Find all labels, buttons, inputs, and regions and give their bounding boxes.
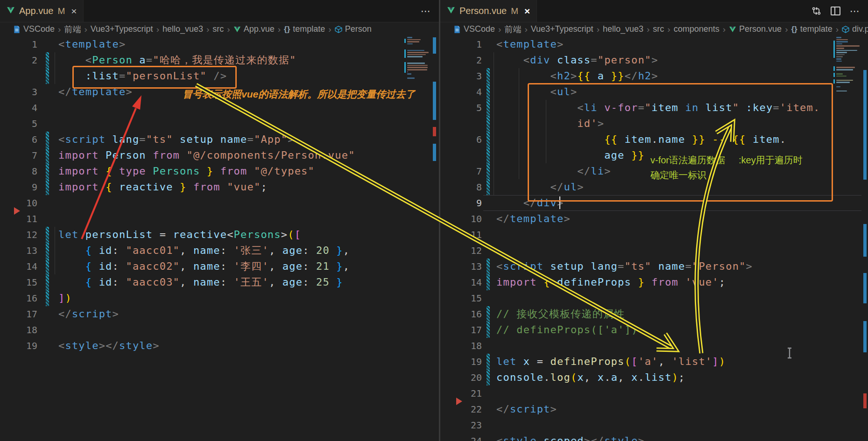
line-number[interactable]: 16 (0, 290, 42, 306)
code-line-row[interactable]: 8import { type Persons } from "@/types" (0, 163, 439, 179)
line-number[interactable]: 19 (0, 338, 42, 354)
line-number[interactable]: 7 (0, 147, 42, 163)
code-line-row[interactable]: 9import { reactive } from "vue"; (0, 179, 439, 195)
close-icon[interactable]: × (71, 6, 77, 16)
minimap[interactable] (833, 36, 861, 92)
line-number[interactable]: 16 (440, 306, 487, 322)
breadcrumb-item-vscode[interactable]: VSCode (453, 24, 495, 34)
line-number[interactable]: 8 (0, 163, 42, 179)
code-line-row[interactable]: 11 (440, 227, 868, 243)
line-number[interactable]: 5 (440, 100, 487, 116)
code-line-row[interactable]: :list="personList" /> (0, 68, 439, 84)
line-number[interactable]: 23 (440, 417, 487, 433)
code-line-row[interactable]: 10</template> (440, 211, 868, 227)
code-line-row[interactable]: 8 </ul> (440, 179, 868, 195)
breadcrumb-item-vscode[interactable]: VSCode (13, 24, 55, 34)
breadcrumb-item-app-vue[interactable]: App.vue (233, 24, 275, 34)
line-number[interactable] (440, 147, 487, 163)
line-number[interactable] (0, 68, 42, 84)
line-number[interactable]: 9 (0, 179, 42, 195)
code-line-row[interactable]: 18 (440, 338, 868, 354)
line-number[interactable]: 14 (0, 259, 42, 274)
code-line-row[interactable]: 14import { defineProps } from 'vue'; (440, 274, 868, 290)
line-number[interactable]: 9 (440, 195, 487, 211)
breadcrumb-item-vue3-typescript[interactable]: Vue3+Typescript (531, 24, 593, 34)
code-line-row[interactable]: 4 (0, 100, 439, 116)
code-line-row[interactable]: 5 (0, 116, 439, 132)
code-line-row[interactable]: 13<script setup lang="ts" name="Person"> (440, 259, 868, 274)
code-line-row[interactable]: 7 </li> (440, 163, 868, 179)
line-number[interactable] (440, 116, 487, 132)
code-line-row[interactable]: age }} (440, 147, 868, 163)
line-number[interactable]: 12 (440, 243, 487, 259)
line-number[interactable]: 21 (440, 385, 487, 401)
line-number[interactable]: 2 (440, 52, 487, 68)
line-number[interactable]: 17 (0, 306, 42, 322)
code-line-row[interactable]: 1<template> (440, 36, 868, 52)
tab-app-vue[interactable]: App.vue M × (0, 0, 84, 22)
code-line-row[interactable]: 17// defineProps(['a']) (440, 322, 868, 338)
line-number[interactable]: 13 (0, 243, 42, 259)
code-line-row[interactable]: 4 <ul> (440, 84, 868, 100)
code-line-row[interactable]: 7import Person from "@/components/Person… (0, 147, 439, 163)
open-changes-icon[interactable] (812, 7, 821, 15)
line-number[interactable]: 3 (440, 68, 487, 84)
code-line-row[interactable]: 10 (0, 195, 439, 211)
line-number[interactable]: 12 (0, 227, 42, 243)
line-number[interactable]: 20 (440, 370, 487, 385)
line-number[interactable]: 13 (440, 259, 487, 274)
breadcrumb-item-src[interactable]: src (212, 24, 224, 34)
breadcrumb-item-person[interactable]: Person (335, 24, 372, 34)
minimap[interactable] (404, 36, 432, 79)
code-line-row[interactable]: 5 <li v-for="item in list" :key='item. (440, 100, 868, 116)
more-actions-icon[interactable]: ⋯ (850, 6, 860, 17)
code-line-row[interactable]: 2 <div class="person"> (440, 52, 868, 68)
split-editor-icon[interactable] (831, 7, 840, 15)
breadcrumb-item-hello-vue3[interactable]: hello_vue3 (603, 24, 643, 34)
code-line-row[interactable]: 6<script lang="ts" setup name="App"> (0, 132, 439, 147)
breadcrumb-item-person-vue[interactable]: Person.vue (729, 24, 782, 34)
code-line-row[interactable]: 19let x = defineProps(['a', 'list']) (440, 354, 868, 370)
breadcrumb-item--[interactable]: 前端 (64, 24, 81, 35)
breadcrumb-item-template[interactable]: {}template (791, 24, 832, 34)
line-number[interactable]: 2 (0, 52, 42, 68)
code-line-row[interactable]: 20console.log(x, x.a, x.list); (440, 370, 868, 385)
more-actions-icon[interactable]: ⋯ (421, 6, 430, 17)
code-line-row[interactable]: id'> (440, 116, 868, 132)
line-number[interactable]: 11 (0, 211, 42, 227)
code-line-row[interactable]: 15 { id: "aacc03", name: '王五', age: 25 } (0, 274, 439, 290)
line-number[interactable]: 6 (0, 132, 42, 147)
line-number[interactable]: 3 (0, 84, 42, 100)
line-number[interactable]: 7 (440, 163, 487, 179)
line-number[interactable]: 1 (440, 36, 487, 52)
code-line-row[interactable]: 16// 接收父模板传递的属性 (440, 306, 868, 322)
code-line-row[interactable]: 3</template> (0, 84, 439, 100)
line-number[interactable]: 11 (440, 227, 487, 243)
line-number[interactable]: 4 (440, 84, 487, 100)
line-number[interactable]: 17 (440, 322, 487, 338)
code-line-row[interactable]: 12let personList = reactive<Persons>([ (0, 227, 439, 243)
line-number[interactable]: 1 (0, 36, 42, 52)
code-line-row[interactable]: 19<style></style> (0, 338, 439, 354)
line-number[interactable]: 6 (440, 132, 487, 147)
breadcrumb-item-vue3-typescript[interactable]: Vue3+Typescript (91, 24, 153, 34)
line-number[interactable]: 10 (440, 211, 487, 227)
code-line-row[interactable]: 16]) (0, 290, 439, 306)
code-line-row[interactable]: 17</script> (0, 306, 439, 322)
breadcrumb-item--[interactable]: 前端 (504, 24, 521, 35)
code-line-row[interactable]: 3 <h2>{{ a }}</h2> (440, 68, 868, 84)
breadcrumb-item-components[interactable]: components (674, 24, 720, 34)
code-line-row[interactable]: 6 {{ item.name }} -- {{ item. (440, 132, 868, 147)
line-number[interactable]: 15 (0, 274, 42, 290)
code-line-row[interactable]: 21 (440, 385, 868, 401)
code-line-row[interactable]: 22</script> (440, 401, 868, 417)
line-number[interactable]: 24 (440, 433, 487, 441)
breadcrumb-item-src[interactable]: src (653, 24, 664, 34)
code-line-row[interactable]: 18 (0, 322, 439, 338)
line-number[interactable]: 22 (440, 401, 487, 417)
code-line-row[interactable]: 1<template> (0, 36, 439, 52)
code-line-row[interactable]: 12 (440, 243, 868, 259)
code-line-row[interactable]: 15 (440, 290, 868, 306)
code-line-row[interactable]: 2 <Person a="哈哈，我是传递过来的数据" (0, 52, 439, 68)
line-number[interactable]: 18 (0, 322, 42, 338)
